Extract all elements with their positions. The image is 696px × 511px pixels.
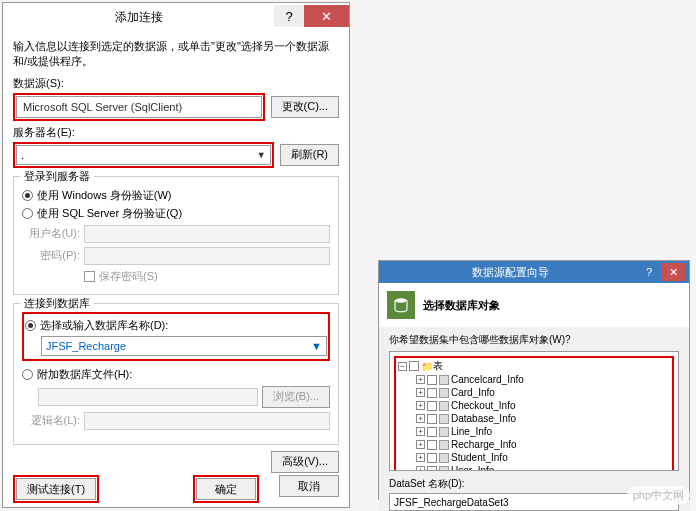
wizard-titlebar: 数据源配置向导 ? ✕ [379,261,689,283]
close-button[interactable]: ✕ [304,5,349,27]
checkbox-icon[interactable] [427,401,437,411]
table-icon [439,414,449,424]
table-icon [439,427,449,437]
titlebar: 添加连接 ? ✕ [3,3,349,31]
expand-icon[interactable]: + [416,453,425,462]
watermark: php中文网 [627,486,690,505]
servername-highlight: . ▼ [13,142,274,168]
chevron-down-icon: ▼ [257,150,266,160]
sql-auth-radio[interactable]: 使用 SQL Server 身份验证(Q) [22,206,330,221]
tree-item[interactable]: +Card_Info [416,386,670,399]
radio-icon [22,369,33,380]
connect-group-title: 连接到数据库 [20,296,94,311]
test-highlight: 测试连接(T) [13,475,99,503]
radio-icon [22,190,33,201]
table-icon [439,401,449,411]
expand-icon[interactable]: + [416,388,425,397]
select-db-highlight: 选择或输入数据库名称(D): JFSF_Recharge ▼ [22,312,330,361]
password-input [84,247,330,265]
servername-label: 服务器名(E): [13,125,339,140]
wizard-question: 你希望数据集中包含哪些数据库对象(W)? [389,333,679,347]
refresh-button[interactable]: 刷新(R) [280,144,339,166]
expand-icon[interactable]: + [416,440,425,449]
test-connection-button[interactable]: 测试连接(T) [16,478,96,500]
help-button[interactable]: ? [637,263,661,281]
wizard-title: 数据源配置向导 [383,265,637,280]
checkbox-icon[interactable] [427,388,437,398]
ok-highlight: 确定 [193,475,259,503]
save-password-checkbox: 保存密码(S) [84,269,330,284]
checkbox-icon[interactable] [427,466,437,472]
tree-item[interactable]: +Database_Info [416,412,670,425]
checkbox-icon[interactable] [427,440,437,450]
datasource-highlight: Microsoft SQL Server (SqlClient) [13,93,265,121]
expand-icon[interactable]: + [416,401,425,410]
db-objects-tree[interactable]: − 📁 表 +Cancelcard_Info+Card_Info+Checkou… [389,351,679,471]
table-icon [439,466,449,472]
advanced-button[interactable]: 高级(V)... [271,451,339,473]
tree-item[interactable]: +Line_Info [416,425,670,438]
expand-icon[interactable]: + [416,414,425,423]
table-icon [439,388,449,398]
connect-db-group: 连接到数据库 选择或输入数据库名称(D): JFSF_Recharge ▼ 附加… [13,303,339,445]
checkbox-icon [84,271,95,282]
tree-item[interactable]: +Cancelcard_Info [416,373,670,386]
checkbox-icon[interactable] [427,414,437,424]
username-label: 用户名(U): [22,226,80,241]
table-icon [439,440,449,450]
tree-item[interactable]: +Student_Info [416,451,670,464]
wizard-header: 选择数据库对象 [379,283,689,327]
login-group-title: 登录到服务器 [20,169,94,184]
checkbox-icon[interactable] [427,427,437,437]
checkbox-icon[interactable] [409,361,419,371]
dialog-title: 添加连接 [3,9,274,26]
help-button[interactable]: ? [274,5,304,27]
datasource-input: Microsoft SQL Server (SqlClient) [16,96,262,118]
password-label: 密码(P): [22,248,80,263]
tree-item[interactable]: +User_Info [416,464,670,471]
collapse-icon[interactable]: − [398,362,407,371]
add-connection-dialog: 添加连接 ? ✕ 输入信息以连接到选定的数据源，或单击"更改"选择另一个数据源和… [2,2,350,508]
radio-icon [22,208,33,219]
checkbox-icon[interactable] [427,375,437,385]
table-icon [439,453,449,463]
database-combo[interactable]: JFSF_Recharge ▼ [41,336,327,356]
tree-root-tables[interactable]: − 📁 表 [398,359,670,373]
browse-button: 浏览(B)... [262,386,330,408]
expand-icon[interactable]: + [416,427,425,436]
wizard-heading: 选择数据库对象 [423,298,500,313]
folder-icon: 📁 [421,361,431,371]
chevron-down-icon: ▼ [311,340,322,352]
tree-item[interactable]: +Recharge_Info [416,438,670,451]
expand-icon[interactable]: + [416,466,425,471]
username-input [84,225,330,243]
tree-item[interactable]: +Checkout_Info [416,399,670,412]
close-button[interactable]: ✕ [661,263,685,281]
expand-icon[interactable]: + [416,375,425,384]
servername-combo[interactable]: . ▼ [16,145,271,165]
select-db-radio[interactable]: 选择或输入数据库名称(D): [25,318,327,333]
radio-icon [25,320,36,331]
checkbox-icon[interactable] [427,453,437,463]
change-button[interactable]: 更改(C)... [271,96,339,118]
datasource-wizard-dialog: 数据源配置向导 ? ✕ 选择数据库对象 你希望数据集中包含哪些数据库对象(W)?… [378,260,690,500]
svg-point-0 [395,298,407,303]
tree-highlight: − 📁 表 +Cancelcard_Info+Card_Info+Checkou… [394,356,674,471]
attach-db-radio[interactable]: 附加数据库文件(H): [22,367,330,382]
ok-button[interactable]: 确定 [196,478,256,500]
cancel-button[interactable]: 取消 [279,475,339,497]
instruction-text: 输入信息以连接到选定的数据源，或单击"更改"选择另一个数据源和/或提供程序。 [13,39,339,70]
windows-auth-radio[interactable]: 使用 Windows 身份验证(W) [22,188,330,203]
login-group: 登录到服务器 使用 Windows 身份验证(W) 使用 SQL Server … [13,176,339,295]
datasource-label: 数据源(S): [13,76,339,91]
database-icon [387,291,415,319]
logical-name-label: 逻辑名(L): [22,413,80,428]
attach-file-input [38,388,258,406]
logical-name-input [84,412,330,430]
table-icon [439,375,449,385]
